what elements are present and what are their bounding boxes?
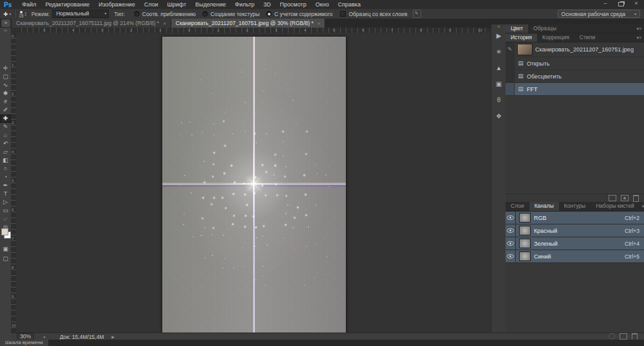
tab-Коррекция[interactable]: Коррекция — [537, 33, 574, 42]
new-snapshot-icon[interactable] — [621, 195, 629, 201]
load-selection-icon[interactable] — [609, 333, 615, 340]
quick-selection-tool[interactable]: ✱ — [0, 89, 11, 98]
brush-preset-picker[interactable]: 15 ▴▾ — [19, 11, 26, 17]
crop-tool[interactable]: # — [0, 98, 11, 106]
status-menu-arrow[interactable]: ▶ — [111, 334, 115, 339]
type-radio[interactable] — [134, 11, 140, 17]
info-icon[interactable]: θ — [491, 96, 506, 104]
menu-слои[interactable]: Слои — [140, 0, 163, 9]
menu-выделение[interactable]: Выделение — [191, 0, 231, 9]
clone-stamp-tool[interactable]: ⌂ — [0, 131, 11, 140]
delete-channel-icon[interactable] — [632, 333, 638, 340]
channel-row[interactable]: КрасныйCtrl+3 — [506, 224, 644, 237]
history-snapshot-row[interactable]: ✎ Сканировать_20211207_160751.jpeg — [506, 42, 644, 57]
tab-История[interactable]: История — [506, 33, 537, 42]
tablet-pressure-icon[interactable]: ✎ — [413, 10, 421, 18]
tab-Образцы[interactable]: Образцы — [528, 24, 562, 33]
history-state-row[interactable]: ▤Обесцветить — [506, 70, 644, 83]
history-source-well[interactable] — [506, 70, 515, 82]
type-radio[interactable] — [266, 11, 272, 17]
adjustments-icon[interactable]: ✳ — [491, 48, 506, 55]
shape-tool[interactable]: ▭ — [0, 206, 11, 215]
menu-3d[interactable]: 3D — [259, 0, 276, 9]
lasso-tool[interactable]: ∿ — [0, 81, 11, 89]
type-tool[interactable]: T — [0, 190, 11, 198]
foreground-color-swatch[interactable] — [1, 228, 8, 235]
brush-tool[interactable]: ✎ — [0, 123, 11, 131]
visibility-eye-icon[interactable] — [506, 250, 516, 262]
tab-close-icon[interactable]: × — [163, 21, 166, 26]
gradient-tool[interactable]: ◧ — [0, 156, 11, 165]
actions-icon[interactable]: ▶ — [491, 32, 506, 39]
document-canvas[interactable] — [162, 36, 346, 333]
channel-row[interactable]: СинийCtrl+5 — [506, 250, 644, 263]
visibility-eye-icon[interactable] — [506, 212, 516, 224]
tab-Цвет[interactable]: Цвет — [506, 24, 528, 33]
minimize-button[interactable]: – — [598, 0, 613, 7]
tab-Стили[interactable]: Стили — [574, 33, 601, 42]
menu-справка[interactable]: Справка — [334, 0, 365, 9]
history-source-well[interactable] — [506, 57, 515, 69]
panel-menu-icon[interactable]: ▾≡ — [634, 24, 644, 33]
healing-brush-tool[interactable]: ✚ — [0, 114, 11, 123]
tab-close-icon[interactable]: × — [317, 21, 321, 26]
new-channel-icon[interactable] — [620, 333, 627, 340]
type-radio[interactable] — [202, 11, 208, 17]
tools-collapse-button[interactable]: ›› — [0, 28, 11, 33]
channel-row[interactable]: ЗеленыйCtrl+4 — [506, 237, 644, 250]
current-tool-button[interactable]: ✚ ▾ — [3, 11, 11, 17]
path-selection-tool[interactable]: ▷ — [0, 198, 11, 206]
timeline-panel-tab[interactable]: Шкала времени — [0, 340, 48, 346]
dock-collapse-button[interactable]: « — [491, 24, 506, 29]
tab-Слои[interactable]: Слои — [506, 202, 529, 211]
tab-Наборы кистей[interactable]: Наборы кистей — [591, 202, 639, 211]
tab-Контуры[interactable]: Контуры — [559, 202, 591, 211]
marquee-tool[interactable]: ▢ — [0, 73, 11, 81]
restore-button[interactable] — [613, 0, 629, 8]
menu-фильтр[interactable]: Фильтр — [231, 0, 259, 9]
histogram-icon[interactable]: ▲ — [491, 64, 506, 71]
menu-изображение[interactable]: Изображение — [94, 0, 140, 9]
history-source-well[interactable] — [506, 83, 515, 95]
history-source-well[interactable]: ✎ — [506, 42, 515, 57]
screen-mode-tool[interactable]: ▢ — [0, 255, 11, 263]
tab-Каналы[interactable]: Каналы — [529, 202, 559, 211]
workspace-switcher[interactable]: Основная рабочая среда ▾ — [558, 10, 640, 18]
history-state-row[interactable]: ▤FFT — [506, 83, 644, 96]
panel-menu-icon[interactable]: ▾≡ — [639, 202, 644, 211]
hand-tool[interactable]: ☞ — [0, 215, 11, 223]
new-document-from-state-icon[interactable] — [609, 195, 616, 201]
clone-source-icon[interactable]: ▣ — [491, 80, 506, 87]
canvas-pasteboard[interactable] — [16, 33, 491, 332]
brush-presets-icon[interactable]: ❖ — [491, 113, 506, 120]
menu-редактирование[interactable]: Редактирование — [41, 0, 94, 9]
menu-окно[interactable]: Окно — [311, 0, 334, 9]
menu-просмотр[interactable]: Просмотр — [276, 0, 311, 9]
document-tab[interactable]: Сканировать_20211207_16075111.jpg @ 214%… — [12, 19, 171, 28]
fft-sparkle — [327, 256, 328, 257]
sample-all-layers-checkbox[interactable] — [340, 11, 346, 17]
menu-шрифт[interactable]: Шрифт — [163, 0, 191, 9]
brush-spinner[interactable]: ▴▾ — [24, 12, 26, 17]
channel-row[interactable]: RGBCtrl+2 — [506, 212, 644, 224]
history-state-row[interactable]: ▤Открыть — [506, 57, 644, 70]
dodge-tool[interactable]: ◔ — [0, 173, 11, 181]
quick-mask-tool[interactable]: ▣ — [0, 245, 11, 253]
eyedropper-tool[interactable]: ✐ — [0, 106, 11, 114]
eraser-tool[interactable]: ▱ — [0, 148, 11, 156]
blur-tool[interactable]: ○ — [0, 165, 11, 173]
pen-tool[interactable]: ✒ — [0, 181, 11, 190]
tab-scroll-button[interactable]: » — [1, 19, 10, 27]
panel-menu-icon[interactable]: ▾≡ — [634, 33, 644, 42]
visibility-eye-icon[interactable] — [506, 224, 516, 237]
ruler-label: 6 — [12, 208, 14, 212]
mode-select[interactable]: Нормальный ▾ — [52, 10, 109, 18]
close-button[interactable]: × — [629, 0, 644, 7]
visibility-eye-icon[interactable] — [506, 237, 516, 250]
move-tool[interactable]: ✛ — [0, 64, 11, 73]
document-tab[interactable]: Сканировать_20211207_160751.jpeg @ 30% (… — [171, 19, 326, 28]
history-brush-tool[interactable]: ↶ — [0, 140, 11, 148]
menu-файл[interactable]: Файл — [17, 0, 41, 9]
sample-all-layers-label: Образец со всех слоев — [348, 11, 407, 17]
delete-state-icon[interactable] — [633, 195, 639, 202]
